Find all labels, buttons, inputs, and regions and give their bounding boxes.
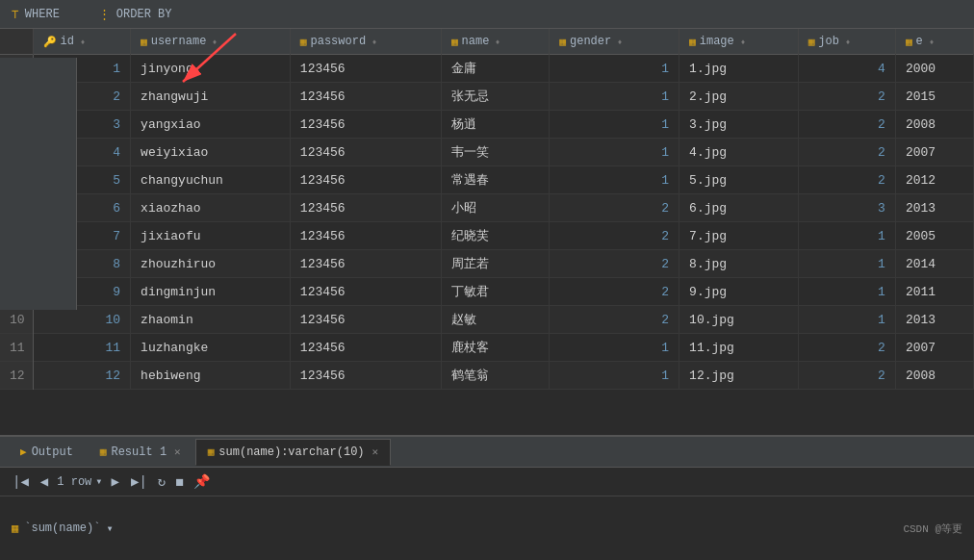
top-toolbar: ⊤ WHERE ⋮ ORDER BY	[0, 0, 974, 29]
table-cell: 123456	[290, 194, 441, 222]
extra-sort-icon: ⬧	[929, 37, 935, 47]
result1-close-button[interactable]: ✕	[174, 445, 181, 458]
table-cell: 1	[550, 55, 679, 83]
col-indicator-icon: ▦	[12, 522, 18, 536]
tab-output[interactable]: ▶ Output	[8, 439, 86, 466]
pin-button[interactable]: 📌	[192, 471, 212, 492]
col-header-job[interactable]: ▦ job ⬧	[798, 29, 895, 55]
filter-icon: ⊤	[12, 7, 19, 22]
table-cell: 8.jpg	[679, 250, 799, 278]
next-page-button[interactable]: ▶	[109, 472, 122, 491]
table-cell: zhouzhiruo	[131, 250, 291, 278]
table-row[interactable]: 55changyuchun123456常遇春15.jpg22012	[0, 166, 974, 194]
table-cell: luzhangke	[131, 334, 291, 362]
table-cell: 123456	[290, 139, 441, 166]
password-col-icon: ▦	[300, 36, 307, 48]
table-cell: 10.jpg	[679, 306, 799, 334]
table-cell: 鹿杖客	[441, 334, 549, 362]
extra-col-icon: ▦	[906, 36, 912, 48]
table-cell: 丁敏君	[441, 278, 549, 306]
table-cell: 2	[798, 362, 895, 390]
table-cell: 2	[798, 334, 895, 362]
table-cell: 2015	[895, 83, 973, 111]
order-by-button[interactable]: ⋮ ORDER BY	[98, 7, 172, 22]
table-cell: 鹤笔翁	[441, 362, 549, 390]
table-cell: 2	[798, 83, 895, 111]
table-cell: 2007	[895, 139, 973, 166]
table-cell: 2008	[895, 111, 973, 139]
row-count-dropdown-icon: ▾	[95, 474, 102, 489]
image-sort-icon: ⬧	[740, 37, 746, 47]
where-button[interactable]: ⊤ WHERE	[12, 7, 60, 22]
column-indicator: ▦ `sum(name)` ▾	[12, 522, 114, 536]
table-cell: 周芷若	[441, 250, 549, 278]
refresh-button[interactable]: ↻	[156, 471, 167, 492]
col-header-password[interactable]: ▦ password ⬧	[290, 29, 441, 55]
table-row[interactable]: 88zhouzhiruo123456周芷若28.jpg12014	[0, 250, 974, 278]
id-sort-icon: ⬧	[80, 37, 86, 47]
name-sort-icon: ⬧	[495, 37, 500, 47]
table-cell: 2014	[895, 250, 973, 278]
table-cell: 3	[798, 194, 895, 222]
table-row[interactable]: 1010zhaomin123456赵敏210.jpg12013	[0, 306, 974, 334]
table-row[interactable]: 22zhangwuji123456张无忌12.jpg22015	[0, 83, 974, 111]
sum-close-button[interactable]: ✕	[372, 445, 379, 458]
table-cell: changyuchun	[131, 166, 291, 194]
table-cell: 9.jpg	[679, 278, 799, 306]
table-cell: 2	[798, 166, 895, 194]
table-cell: 2007	[895, 334, 973, 362]
col-header-gender[interactable]: ▦ gender ⬧	[550, 29, 679, 55]
table-scroll[interactable]: 🔑 id ⬧ ▦ username ⬧	[0, 29, 974, 435]
table-row[interactable]: 77jixiaofu123456纪晓芙27.jpg12005	[0, 222, 974, 250]
tab-sum-name[interactable]: ▦ sum(name):varchar(10) ✕	[195, 439, 391, 466]
col-header-id[interactable]: 🔑 id ⬧	[33, 29, 130, 55]
name-col-icon: ▦	[451, 36, 458, 48]
table-cell: 1.jpg	[679, 55, 799, 83]
first-page-button[interactable]: |◀	[10, 472, 32, 491]
col-header-name[interactable]: ▦ name ⬧	[441, 29, 549, 55]
main-container: ⊤ WHERE ⋮ ORDER BY	[0, 0, 974, 560]
table-row[interactable]: 11jinyong123456金庸11.jpg42000	[0, 55, 974, 83]
table-row[interactable]: 44weiyixiao123456韦一笑14.jpg22007	[0, 139, 974, 166]
table-cell: 5.jpg	[679, 166, 799, 194]
table-row[interactable]: 99dingminjun123456丁敏君29.jpg12011	[0, 278, 974, 306]
prev-page-button[interactable]: ◀	[38, 472, 51, 491]
table-cell: weiyixiao	[131, 139, 291, 166]
username-sort-icon: ⬧	[212, 37, 218, 47]
result1-tab-icon: ▦	[100, 445, 107, 458]
data-table: 🔑 id ⬧ ▦ username ⬧	[0, 29, 974, 390]
table-cell: 1	[550, 334, 679, 362]
table-cell: 4	[798, 55, 895, 83]
table-cell: hebiweng	[131, 362, 291, 390]
col-job-label: job	[818, 35, 839, 48]
table-cell: 2011	[895, 278, 973, 306]
table-cell: 2005	[895, 222, 973, 250]
job-sort-icon: ⬧	[845, 37, 851, 47]
table-row[interactable]: 1212hebiweng123456鹤笔翁112.jpg22008	[0, 362, 974, 390]
table-row[interactable]: 33yangxiao123456杨逍13.jpg22008	[0, 111, 974, 139]
output-tab-label: Output	[32, 445, 73, 459]
table-body: 11jinyong123456金庸11.jpg4200022zhangwuji1…	[0, 55, 974, 390]
stop-button[interactable]: ◼	[173, 471, 185, 492]
table-cell: 123456	[290, 306, 441, 334]
col-header-extra[interactable]: ▦ e ⬧	[895, 29, 973, 55]
col-indicator-dropdown[interactable]: ▾	[106, 522, 113, 536]
tab-result1[interactable]: ▦ Result 1 ✕	[88, 439, 193, 466]
row-count-selector[interactable]: 1 row ▾	[57, 474, 102, 489]
col-header-username[interactable]: ▦ username ⬧	[131, 29, 291, 55]
table-wrapper: 🔑 id ⬧ ▦ username ⬧	[0, 29, 974, 435]
col-username-label: username	[151, 35, 207, 48]
table-cell: 纪晓芙	[441, 222, 549, 250]
order-by-label: ORDER BY	[116, 8, 172, 21]
table-cell: 6.jpg	[679, 194, 799, 222]
table-cell: 2	[550, 250, 679, 278]
table-row[interactable]: 1111luzhangke123456鹿杖客111.jpg22007	[0, 334, 974, 362]
gender-sort-icon: ⬧	[617, 37, 623, 47]
table-row[interactable]: 66xiaozhao123456小昭26.jpg32013	[0, 194, 974, 222]
col-header-image[interactable]: ▦ image ⬧	[679, 29, 799, 55]
where-label: WHERE	[25, 8, 60, 21]
bottom-content: ▦ `sum(name)` ▾ CSDN @等更	[0, 496, 974, 560]
username-col-icon: ▦	[141, 36, 147, 48]
table-cell: 11.jpg	[679, 334, 799, 362]
last-page-button[interactable]: ▶|	[128, 472, 150, 491]
